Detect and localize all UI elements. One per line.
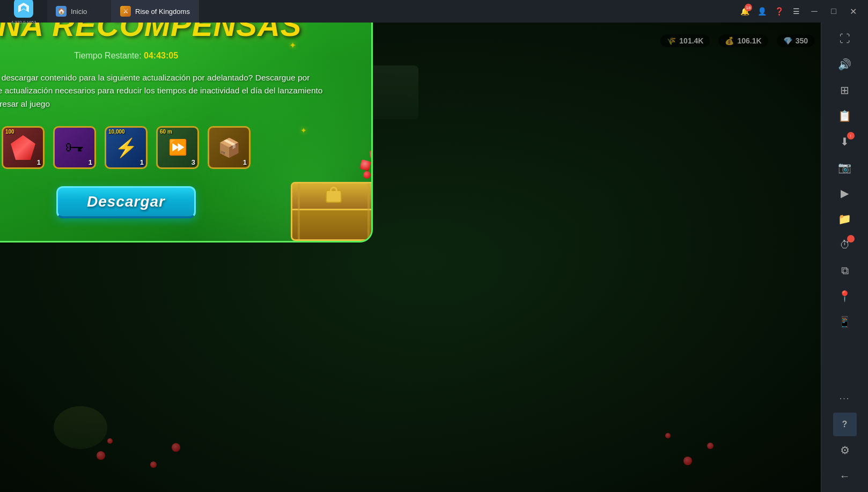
game-tab-icon: ⚔ (120, 6, 131, 17)
location-icon[interactable]: 📍 (833, 284, 857, 308)
timer-label: Tiempo Restante: (74, 51, 142, 60)
help-button[interactable]: ❓ (771, 4, 786, 19)
expand-icon[interactable]: ⛶ (833, 27, 857, 50)
speed-icon: ⏩ (168, 138, 187, 156)
right-sidebar: ⛶ 🔊 ⊞ 📋 ⬇ ! 📷 ▶ 📁 ⏱ ⧉ 📍 📱 ··· ? ⚙ ← (821, 23, 868, 492)
tab-inicio-label: Inicio (71, 8, 87, 16)
timer-icon[interactable]: ⏱ (833, 233, 857, 256)
reward-gem-label: 100 (5, 129, 14, 135)
settings-icon[interactable]: ⚙ (833, 438, 857, 462)
reward-speed-count: 3 (192, 158, 195, 166)
modal-description: Gobernador, ¿le gustaría descargar conte… (0, 71, 345, 111)
reward-key-count: 1 (89, 158, 92, 166)
notifications-button[interactable]: 🔔 18 (737, 4, 752, 19)
timer-row: Tiempo Restante: 04:43:05 (0, 51, 345, 61)
layers-icon[interactable]: ⧉ (833, 259, 857, 282)
reward-chest-count: 1 (243, 158, 247, 166)
reward-speed-label: 60 m (160, 129, 172, 135)
more-icon[interactable]: ··· (833, 387, 857, 410)
reward-gem-count: 1 (37, 158, 41, 166)
xp-icon: ⚡ (115, 137, 137, 158)
reward-item-chest: 📦 1 (208, 126, 251, 169)
reward-item-xp: 10,000 ⚡ 1 (105, 126, 148, 169)
menu-button[interactable]: ☰ (789, 4, 804, 19)
bluestacks-icon (14, 0, 33, 18)
paste-icon[interactable]: 📋 (833, 104, 857, 128)
rewards-row: 100 1 🗝 1 10,000 ⚡ 1 60 m ⏩ 3 📦 1 (0, 126, 345, 169)
gem-icon (11, 135, 35, 160)
download-button[interactable]: Descargar (56, 186, 196, 218)
tabs: 🏠 Inicio ⚔ Rise of Kingdoms (47, 0, 731, 23)
timer-badge (847, 235, 855, 243)
chest-icon: 📦 (218, 137, 240, 158)
grid-icon[interactable]: ⊞ (833, 78, 857, 102)
reward-item-gem: 100 1 (2, 126, 45, 169)
back-icon[interactable]: ← (833, 464, 857, 488)
folder-icon[interactable]: 📁 (833, 207, 857, 231)
account-button[interactable]: 👤 (754, 4, 769, 19)
bluestacks-version: 4.270.0.1053 (11, 20, 36, 25)
inicio-tab-icon: 🏠 (56, 6, 67, 17)
help-sidebar-icon[interactable]: ? (833, 413, 857, 436)
restore-button[interactable]: □ (825, 3, 842, 20)
minimize-button[interactable]: ─ (806, 3, 823, 20)
app-logo: 4.270.0.1053 (0, 0, 47, 25)
reward-xp-count: 1 (140, 158, 144, 166)
tab-game-label: Rise of Kingdoms (135, 8, 190, 16)
chest-decoration (253, 101, 373, 243)
video-icon[interactable]: ▶ (833, 181, 857, 205)
reward-item-key: 🗝 1 (53, 126, 96, 169)
volume-icon[interactable]: 🔊 (833, 53, 857, 76)
modal-dialog: ✦ ✦ ✦ ✦ ✦ ✦ ✦ × DESCÁRGALO Y GANA RECOMP… (0, 0, 373, 243)
download-sidebar-icon[interactable]: ⬇ ! (833, 130, 857, 153)
timer-value: 04:43:05 (144, 51, 178, 60)
key-icon: 🗝 (65, 136, 84, 159)
camera-icon[interactable]: 📷 (833, 156, 857, 179)
reward-xp-label: 10,000 (108, 129, 125, 135)
download-badge: ! (847, 132, 855, 139)
titlebar: 4.270.0.1053 🏠 Inicio ⚔ Rise of Kingdoms… (0, 0, 868, 23)
device-icon[interactable]: 📱 (833, 310, 857, 334)
reward-item-speed: 60 m ⏩ 3 (156, 126, 199, 169)
titlebar-controls: 🔔 18 👤 ❓ ☰ ─ □ ✕ (731, 3, 868, 20)
tab-inicio[interactable]: 🏠 Inicio (47, 0, 112, 23)
notif-badge: 18 (745, 4, 752, 11)
tab-game[interactable]: ⚔ Rise of Kingdoms (112, 0, 199, 23)
close-button[interactable]: ✕ (844, 3, 862, 20)
